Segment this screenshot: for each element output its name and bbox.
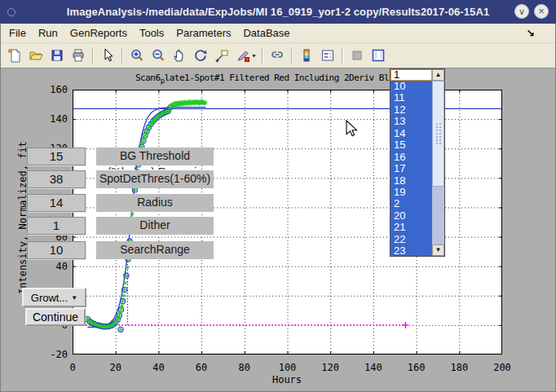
dropdown-item[interactable]: 22	[391, 234, 432, 245]
scroll-up-icon[interactable]: ▲	[432, 69, 444, 81]
dropdown-item[interactable]: 17	[391, 163, 432, 174]
menu-tools[interactable]: Tools	[139, 27, 164, 39]
y-tick-label: 160	[40, 84, 68, 95]
x-axis-label: Hours	[254, 374, 320, 385]
dropdown-item[interactable]: 20	[391, 210, 432, 222]
toolbar-separator	[291, 47, 293, 64]
brush-dropdown-icon[interactable]: ▼	[251, 53, 257, 59]
dropdown-scrollbar[interactable]: ▲ ▼	[432, 69, 444, 256]
radius-label: Radius	[96, 194, 214, 212]
figure-toolbar: ▼	[1, 43, 555, 68]
toolbar-separator	[342, 47, 343, 64]
zoom-in-icon[interactable]	[126, 46, 148, 65]
menu-database[interactable]: DataBase	[243, 27, 289, 39]
window-title: ImageAnalysis-/media/data/ExpJobs/MI 16_…	[0, 6, 556, 18]
dropdown-item[interactable]: 10	[391, 81, 432, 92]
continue-button-label: Continue	[33, 311, 78, 324]
dropdown-item[interactable]: 21	[391, 222, 432, 233]
menu-overflow-arrow-icon[interactable]: ↘	[527, 27, 535, 38]
edit-plot-icon[interactable]	[97, 46, 118, 65]
spot-det-thres-input[interactable]: 38	[27, 170, 86, 188]
x-tick-label: 40	[142, 362, 174, 373]
x-tick-label: 200	[486, 362, 518, 373]
pan-icon[interactable]	[169, 46, 190, 65]
spot-number-dropdown: 1 10111213141516171819220212223 ▲ ▼	[390, 68, 445, 257]
scroll-down-icon[interactable]: ▼	[432, 244, 444, 256]
x-tick-label: 0	[56, 362, 89, 373]
bg-threshold-sublabel: (%below) Dynamic	[96, 165, 214, 170]
menu-file[interactable]: File	[9, 27, 26, 39]
dropdown-item[interactable]: 11	[391, 92, 432, 104]
continue-button[interactable]: Continue	[25, 308, 86, 326]
titlebar: ImageAnalysis-/media/data/ExpJobs/MI 16_…	[0, 0, 556, 24]
new-file-icon[interactable]	[4, 46, 25, 65]
search-range-input[interactable]: 10	[27, 241, 86, 259]
rotate-3d-icon[interactable]	[190, 46, 211, 65]
x-tick-label: 100	[271, 362, 304, 373]
dropdown-item[interactable]: 16	[391, 152, 432, 163]
link-plots-icon[interactable]	[267, 46, 288, 65]
save-figure-icon[interactable]	[46, 46, 68, 65]
print-figure-icon[interactable]	[68, 46, 89, 65]
chevron-down-icon: ▼	[71, 294, 77, 302]
zoom-out-icon[interactable]	[148, 46, 169, 65]
dropdown-item[interactable]: 23	[391, 245, 432, 257]
menu-genreports[interactable]: GenReports	[70, 27, 127, 39]
dropdown-selected-item[interactable]: 1	[391, 69, 432, 81]
close-window-button[interactable]: ×	[534, 4, 549, 19]
open-file-icon[interactable]	[25, 46, 46, 65]
menubar: FileRunGenReportsToolsParametersDataBase	[1, 24, 555, 43]
dither-input[interactable]: 1	[27, 217, 86, 235]
insert-colorbar-icon[interactable]	[296, 46, 317, 65]
dropdown-item[interactable]: 12	[391, 104, 432, 116]
x-tick-label: 120	[314, 362, 346, 373]
search-range-label: SearchRange	[96, 241, 214, 259]
dropdown-item[interactable]: 13	[391, 116, 432, 127]
menu-run[interactable]: Run	[38, 27, 58, 39]
growth-menu-label: Growt...	[31, 292, 68, 304]
x-tick-label: 140	[357, 362, 390, 373]
dropdown-item[interactable]: 19	[391, 187, 432, 198]
radius-input[interactable]: 14	[27, 194, 86, 212]
dropdown-item[interactable]: 15	[391, 139, 432, 151]
x-tick-label: 80	[228, 362, 261, 373]
x-tick-label: 160	[400, 362, 433, 373]
toolbar-separator	[121, 47, 123, 64]
bg-threshold-label: BG Threshold	[96, 148, 214, 165]
toolbar-separator	[92, 47, 94, 64]
show-plot-tools-icon[interactable]	[368, 46, 389, 65]
x-tick-label: 180	[443, 362, 475, 373]
bg-threshold-input[interactable]: 15	[27, 148, 86, 165]
dither-label: Dither	[96, 217, 214, 235]
x-tick-label: 20	[99, 362, 132, 373]
growth-menu-button[interactable]: Growt... ▼	[22, 288, 86, 307]
scrollbar-thumb[interactable]	[432, 81, 444, 187]
hide-plot-tools-icon[interactable]	[346, 46, 368, 65]
insert-legend-icon[interactable]	[317, 46, 338, 65]
data-cursor-icon[interactable]	[211, 46, 232, 65]
plot-title: Scan6plate1-Spot#1 Filtered Red Includin…	[135, 73, 389, 85]
toolbar-separator	[262, 47, 263, 64]
dropdown-item[interactable]: 14	[391, 128, 432, 139]
dropdown-item[interactable]: 2	[391, 198, 432, 209]
spot-det-thres-label: SpotDetThres(1-60%)	[96, 170, 214, 188]
y-tick-label: 140	[40, 113, 68, 125]
dropdown-item[interactable]: 18	[391, 175, 432, 187]
y-tick-label: -20	[40, 349, 68, 360]
shade-window-button[interactable]: ∨	[514, 4, 529, 19]
y-tick-label: 40	[40, 261, 68, 272]
mouse-cursor	[346, 120, 359, 138]
app-window: ImageAnalysis-/media/data/ExpJobs/MI 16_…	[0, 0, 556, 392]
x-tick-label: 60	[185, 362, 218, 373]
window-menu-icon[interactable]	[7, 8, 15, 16]
menu-parameters[interactable]: Parameters	[176, 27, 231, 39]
